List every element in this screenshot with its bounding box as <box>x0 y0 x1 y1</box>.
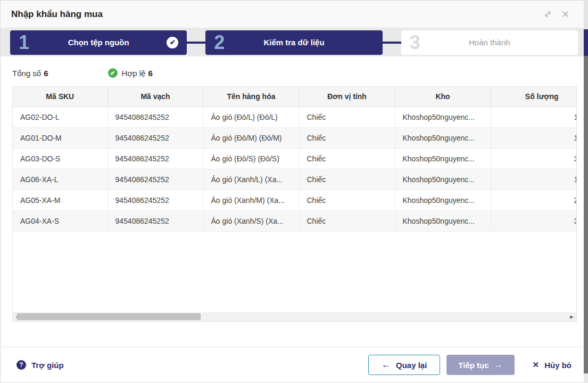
table-row[interactable]: AG02-DO-L9454086245252Áo gió (Đỏ/L) (Đỏ/… <box>13 107 577 127</box>
table-cell: Áo gió (Đỏ/M) (Đỏ/M) <box>203 127 299 148</box>
table-cell: AG02-DO-L <box>13 107 107 127</box>
scroll-right-arrow-icon[interactable]: ► <box>567 312 576 321</box>
step-connector <box>383 42 401 44</box>
valid-group: ✔ Hợp lệ 6 <box>108 68 153 78</box>
validation-summary: Tổng số 6 ✔ Hợp lệ 6 <box>1 56 587 86</box>
back-arrow-icon: ← <box>382 360 391 370</box>
step-3-label: Hoàn thành <box>401 38 578 47</box>
cancel-x-icon: ✕ <box>533 360 540 370</box>
help-label: Trợ giúp <box>31 361 64 370</box>
table-cell: Khoshop50nguyenc... <box>395 148 491 169</box>
table-cell: Chiếc <box>299 148 395 169</box>
table-cell: Khoshop50nguyenc... <box>395 210 491 231</box>
table-header-row: Mã SKUMã vạchTên hàng hóaĐơn vị tínhKhoS… <box>13 87 577 107</box>
table-cell: AG04-XA-S <box>13 210 107 231</box>
table-cell: Áo gió (Xanh/M) (Xa... <box>203 190 299 210</box>
resize-icon[interactable] <box>544 10 552 18</box>
step-2-check-data[interactable]: 2 Kiểm tra dữ liệu <box>205 30 382 55</box>
wizard-steps: 1 Chọn tệp nguồn ✔ 2 Kiểm tra dữ liệu 3 … <box>1 28 587 56</box>
dialog-footer: ? Trợ giúp ← Quay lại Tiếp tục → ✕ Hủy b… <box>1 347 587 382</box>
table-cell: Chiếc <box>299 169 395 190</box>
column-header: Mã vạch <box>107 87 203 107</box>
column-header: Mã SKU <box>13 87 107 107</box>
table-cell: AG06-XA-L <box>13 169 107 190</box>
table-cell: Chiếc <box>299 190 395 210</box>
table-row[interactable]: AG04-XA-S9454086245252Áo gió (Xanh/S) (X… <box>13 210 577 231</box>
column-header: Kho <box>395 87 491 107</box>
table-cell: Chiếc <box>299 107 395 127</box>
horizontal-scrollbar[interactable]: ◄ ► <box>13 312 576 321</box>
back-button[interactable]: ← Quay lại <box>368 355 440 375</box>
table-cell: 9454086245252 <box>107 148 203 169</box>
table-cell: Áo gió (Đỏ/S) (Đỏ/S) <box>203 148 299 169</box>
table-cell: 20 <box>491 190 577 210</box>
data-table: Mã SKUMã vạchTên hàng hóaĐơn vị tínhKhoS… <box>13 87 577 232</box>
cancel-button[interactable]: ✕ Hủy bỏ <box>533 360 572 370</box>
total-label: Tổng số <box>12 69 41 78</box>
column-header: Đơn vị tính <box>299 87 395 107</box>
window-controls: ✕ <box>544 10 577 19</box>
close-icon[interactable]: ✕ <box>561 10 569 19</box>
table-row[interactable]: AG03-DO-S9454086245252Áo gió (Đỏ/S) (Đỏ/… <box>13 148 577 169</box>
table-cell: 10 <box>491 127 577 148</box>
table-row[interactable]: AG01-DO-M9454086245252Áo gió (Đỏ/M) (Đỏ/… <box>13 127 577 148</box>
table-cell: 10 <box>491 169 577 190</box>
continue-button-label: Tiếp tục <box>458 361 488 370</box>
table-cell: 9454086245252 <box>107 190 203 210</box>
dialog-titlebar: Nhập khẩu hàng mua ✕ <box>1 1 587 28</box>
table-cell: AG01-DO-M <box>13 127 107 148</box>
table-cell: Khoshop50nguyenc... <box>395 190 491 210</box>
table-cell: Chiếc <box>299 210 395 231</box>
table-cell: AG05-XA-M <box>13 190 107 210</box>
table-cell: Khoshop50nguyenc... <box>395 107 491 127</box>
table-cell: Khoshop50nguyenc... <box>395 127 491 148</box>
valid-label: Hợp lệ <box>122 69 146 78</box>
table-cell: Áo gió (Xanh/S) (Xa... <box>203 210 299 231</box>
table-row[interactable]: AG05-XA-M9454086245252Áo gió (Xanh/M) (X… <box>13 190 577 210</box>
column-header: Số lượng <box>491 87 577 107</box>
step-1-choose-source[interactable]: 1 Chọn tệp nguồn ✔ <box>10 30 187 55</box>
table-cell: Áo gió (Xanh/L) (Xa... <box>203 169 299 190</box>
table-cell: 30 <box>491 148 577 169</box>
dialog-title: Nhập khẩu hàng mua <box>11 9 103 20</box>
help-icon: ? <box>16 360 26 370</box>
table-cell: AG03-DO-S <box>13 148 107 169</box>
data-table-container: Mã SKUMã vạchTên hàng hóaĐơn vị tínhKhoS… <box>12 86 577 322</box>
step-1-completed-check-icon: ✔ <box>167 37 178 48</box>
step-2-label: Kiểm tra dữ liệu <box>205 38 382 47</box>
table-cell: 9454086245252 <box>107 127 203 148</box>
table-cell: 15 <box>491 107 577 127</box>
valid-check-icon: ✔ <box>108 68 118 78</box>
continue-arrow-icon: → <box>494 360 503 370</box>
cancel-button-label: Hủy bỏ <box>544 361 572 370</box>
table-cell: 9454086245252 <box>107 107 203 127</box>
table-cell: 9454086245252 <box>107 210 203 231</box>
table-cell: Áo gió (Đỏ/L) (Đỏ/L) <box>203 107 299 127</box>
footer-actions: ← Quay lại Tiếp tục → ✕ Hủy bỏ <box>368 355 572 375</box>
table-row[interactable]: AG06-XA-L9454086245252Áo gió (Xanh/L) (X… <box>13 169 577 190</box>
column-header: Tên hàng hóa <box>203 87 299 107</box>
table-cell: Khoshop50nguyenc... <box>395 169 491 190</box>
step-1-label: Chọn tệp nguồn <box>10 38 187 47</box>
continue-button[interactable]: Tiếp tục → <box>446 355 514 375</box>
page-edge-scrollbar[interactable] <box>584 0 588 383</box>
step-connector <box>187 42 205 44</box>
back-button-label: Quay lại <box>396 361 427 370</box>
step-3-complete[interactable]: 3 Hoàn thành <box>401 30 578 55</box>
table-cell: 9454086245252 <box>107 169 203 190</box>
table-cell: Chiếc <box>299 127 395 148</box>
valid-value: 6 <box>148 69 152 78</box>
table-cell: 30 <box>491 210 577 231</box>
import-purchase-dialog: Nhập khẩu hàng mua ✕ 1 Chọn tệp nguồn ✔ <box>0 0 588 383</box>
total-value: 6 <box>44 69 48 78</box>
scrollbar-thumb[interactable] <box>17 313 201 320</box>
help-link[interactable]: ? Trợ giúp <box>16 360 64 370</box>
